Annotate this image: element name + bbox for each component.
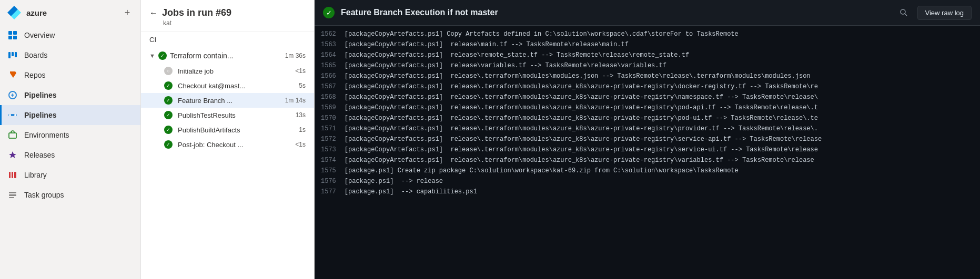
line-number: 1574 bbox=[321, 156, 345, 165]
log-line: 1568[packageCopyArtefacts.ps1] release\.… bbox=[315, 92, 980, 102]
add-project-button[interactable]: + bbox=[122, 7, 133, 18]
svg-rect-4 bbox=[8, 52, 11, 58]
line-number: 1562 bbox=[321, 29, 345, 39]
search-icon[interactable] bbox=[896, 5, 911, 20]
sidebar-item-label: Overview bbox=[24, 31, 55, 39]
sidebar-item-library[interactable]: Library bbox=[0, 165, 140, 185]
log-line: 1572[packageCopyArtefacts.ps1] release\.… bbox=[315, 134, 980, 144]
releases-icon bbox=[7, 150, 18, 160]
line-content: [packageCopyArtefacts.ps1] release\main.… bbox=[345, 40, 629, 49]
sidebar-item-label: Boards bbox=[24, 51, 47, 59]
environments-icon bbox=[7, 130, 18, 140]
line-content: [packageCopyArtefacts.ps1] release\.terr… bbox=[345, 103, 818, 112]
log-line: 1569[packageCopyArtefacts.ps1] release\.… bbox=[315, 102, 980, 113]
log-line: 1563[packageCopyArtefacts.ps1] release\m… bbox=[315, 39, 980, 50]
sidebar-item-pipelines[interactable]: Pipelines bbox=[0, 105, 140, 125]
line-content: [package.ps1] --> capabilities.ps1 bbox=[345, 187, 477, 197]
step-checkout[interactable]: ✓ Checkout kat@mast... 5s bbox=[141, 78, 314, 93]
job-status-icon: ✓ bbox=[158, 51, 167, 60]
log-line: 1564[packageCopyArtefacts.ps1] release\r… bbox=[315, 50, 980, 60]
line-number: 1564 bbox=[321, 50, 345, 60]
svg-rect-12 bbox=[9, 172, 11, 178]
sidebar-item-repos[interactable]: Repos bbox=[0, 65, 140, 85]
sidebar-item-pipelines-header[interactable]: Pipelines bbox=[0, 85, 140, 105]
sidebar-item-environments[interactable]: Environments bbox=[0, 125, 140, 145]
svg-rect-3 bbox=[13, 36, 17, 39]
log-content[interactable]: 1562[packageCopyArtefacts.ps1] Copy Arte… bbox=[315, 26, 980, 279]
step-duration: <1s bbox=[295, 141, 306, 148]
jobs-header: ← Jobs in run #69 kat bbox=[141, 0, 314, 32]
line-number: 1572 bbox=[321, 135, 345, 144]
taskgroups-icon bbox=[7, 190, 18, 200]
step-status-icon: ○ bbox=[164, 67, 173, 75]
step-duration: <1s bbox=[295, 67, 306, 75]
step-feature-branch[interactable]: ✓ Feature Branch ... 1m 14s bbox=[141, 93, 314, 108]
line-number: 1573 bbox=[321, 145, 345, 154]
step-status-icon: ✓ bbox=[164, 96, 173, 105]
line-content: [packageCopyArtefacts.ps1] release\.terr… bbox=[345, 156, 814, 165]
line-content: [packageCopyArtefacts.ps1] release\.terr… bbox=[345, 124, 818, 133]
boards-icon bbox=[7, 50, 18, 60]
sidebar-item-label: Environments bbox=[24, 131, 69, 139]
log-line: 1565[packageCopyArtefacts.ps1] release\v… bbox=[315, 60, 980, 71]
step-name: PublishBuildArtifacts bbox=[178, 126, 294, 134]
step-status-icon: ✓ bbox=[164, 140, 173, 149]
sidebar-item-releases[interactable]: Releases bbox=[0, 145, 140, 165]
line-content: [packageCopyArtefacts.ps1] release\varia… bbox=[345, 61, 666, 70]
library-icon bbox=[7, 170, 18, 180]
svg-rect-14 bbox=[14, 172, 16, 178]
log-line: 1567[packageCopyArtefacts.ps1] release\.… bbox=[315, 81, 980, 92]
line-number: 1565 bbox=[321, 61, 345, 70]
view-raw-button[interactable]: View raw log bbox=[917, 6, 972, 20]
jobs-panel: ← Jobs in run #69 kat CI ▼ ✓ Terraform c… bbox=[141, 0, 315, 279]
chevron-down-icon: ▼ bbox=[149, 53, 155, 59]
step-initialize[interactable]: ○ Initialize job <1s bbox=[141, 64, 314, 78]
step-publish-build[interactable]: ✓ PublishBuildArtifacts 1s bbox=[141, 122, 314, 137]
line-number: 1577 bbox=[321, 187, 345, 197]
svg-point-10 bbox=[14, 114, 16, 116]
step-name: Post-job: Checkout ... bbox=[178, 141, 290, 149]
log-title: Feature Branch Execution if not master bbox=[341, 8, 890, 17]
line-number: 1563 bbox=[321, 40, 345, 49]
svg-rect-17 bbox=[9, 197, 14, 198]
line-content: [packageCopyArtefacts.ps1] release\remot… bbox=[345, 50, 689, 60]
line-number: 1567 bbox=[321, 82, 345, 91]
svg-rect-6 bbox=[15, 52, 17, 57]
step-post-job[interactable]: ✓ Post-job: Checkout ... <1s bbox=[141, 137, 314, 152]
step-status-icon: ✓ bbox=[164, 111, 173, 119]
run-subtitle: kat bbox=[163, 19, 306, 27]
log-line: 1573[packageCopyArtefacts.ps1] release\.… bbox=[315, 144, 980, 155]
pipelines-header-icon bbox=[7, 90, 18, 100]
job-tree: ▼ ✓ Terraform contain... 1m 36s ○ Initia… bbox=[141, 48, 314, 279]
sidebar-item-label: Library bbox=[24, 171, 47, 179]
sidebar-item-taskgroups[interactable]: Task groups bbox=[0, 185, 140, 205]
step-duration: 13s bbox=[296, 111, 306, 119]
log-line: 1575[package.ps1] Create zip package C:\… bbox=[315, 166, 980, 176]
sidebar-item-label: Pipelines bbox=[24, 111, 56, 119]
run-title: Jobs in run #69 bbox=[162, 7, 231, 18]
line-number: 1576 bbox=[321, 177, 345, 186]
overview-icon bbox=[7, 30, 18, 40]
step-publish-test[interactable]: ✓ PublishTestResults 13s bbox=[141, 108, 314, 122]
sidebar-item-label: Pipelines bbox=[24, 91, 56, 99]
log-line: 1571[packageCopyArtefacts.ps1] release\.… bbox=[315, 123, 980, 134]
line-content: [package.ps1] --> release bbox=[345, 177, 443, 186]
line-content: [packageCopyArtefacts.ps1] release\.terr… bbox=[345, 135, 822, 144]
job-group-name: Terraform contain... bbox=[170, 51, 282, 60]
svg-rect-2 bbox=[8, 36, 12, 39]
log-line: 1576[package.ps1] --> release bbox=[315, 176, 980, 187]
line-content: [packageCopyArtefacts.ps1] release\.terr… bbox=[345, 145, 818, 154]
step-name: PublishTestResults bbox=[178, 111, 290, 119]
line-number: 1569 bbox=[321, 103, 345, 112]
log-success-icon: ✓ bbox=[323, 7, 335, 18]
sidebar-item-boards[interactable]: Boards bbox=[0, 45, 140, 65]
svg-rect-0 bbox=[8, 31, 12, 35]
sidebar-item-overview[interactable]: Overview bbox=[0, 25, 140, 45]
line-content: [packageCopyArtefacts.ps1] release\.terr… bbox=[345, 71, 811, 81]
svg-rect-16 bbox=[9, 194, 16, 196]
svg-rect-15 bbox=[9, 192, 16, 193]
line-number: 1566 bbox=[321, 71, 345, 81]
job-group-header[interactable]: ▼ ✓ Terraform contain... 1m 36s bbox=[141, 48, 314, 64]
back-button[interactable]: ← bbox=[149, 8, 158, 18]
svg-rect-5 bbox=[12, 52, 14, 56]
